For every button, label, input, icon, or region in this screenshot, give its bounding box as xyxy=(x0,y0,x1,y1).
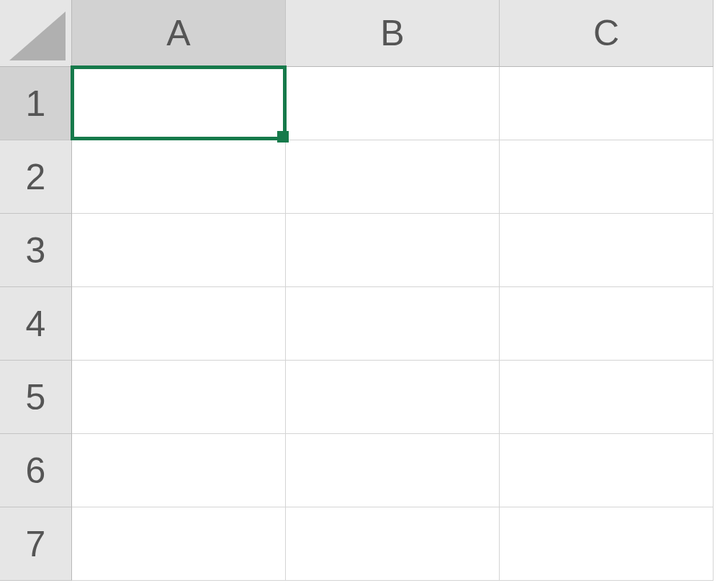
column-header-C[interactable]: C xyxy=(500,0,714,67)
column-header-B[interactable]: B xyxy=(286,0,500,67)
row-header-4[interactable]: 4 xyxy=(0,287,72,361)
row-header-1[interactable]: 1 xyxy=(0,67,72,140)
cell-A5[interactable] xyxy=(72,361,286,434)
cell-C1[interactable] xyxy=(500,67,714,140)
cell-A4[interactable] xyxy=(72,287,286,361)
cell-B3[interactable] xyxy=(286,214,500,287)
row-header-5[interactable]: 5 xyxy=(0,361,72,434)
cell-B6[interactable] xyxy=(286,434,500,507)
cell-C5[interactable] xyxy=(500,361,714,434)
cell-A7[interactable] xyxy=(72,507,286,581)
cell-B2[interactable] xyxy=(286,140,500,214)
row-header-2[interactable]: 2 xyxy=(0,140,72,214)
cell-C4[interactable] xyxy=(500,287,714,361)
cell-C7[interactable] xyxy=(500,507,714,581)
column-header-A[interactable]: A xyxy=(72,0,286,67)
cell-A1[interactable] xyxy=(72,67,286,140)
cell-B7[interactable] xyxy=(286,507,500,581)
cell-B4[interactable] xyxy=(286,287,500,361)
cell-A3[interactable] xyxy=(72,214,286,287)
select-all-corner[interactable] xyxy=(0,0,72,67)
cell-B5[interactable] xyxy=(286,361,500,434)
cell-C6[interactable] xyxy=(500,434,714,507)
cell-B1[interactable] xyxy=(286,67,500,140)
cell-C2[interactable] xyxy=(500,140,714,214)
select-all-triangle-icon xyxy=(9,12,66,60)
spreadsheet-grid: A B C 1 2 3 4 5 6 7 xyxy=(0,0,720,588)
cell-A6[interactable] xyxy=(72,434,286,507)
row-header-6[interactable]: 6 xyxy=(0,434,72,507)
row-header-3[interactable]: 3 xyxy=(0,214,72,287)
cell-A2[interactable] xyxy=(72,140,286,214)
cell-C3[interactable] xyxy=(500,214,714,287)
row-header-7[interactable]: 7 xyxy=(0,507,72,581)
